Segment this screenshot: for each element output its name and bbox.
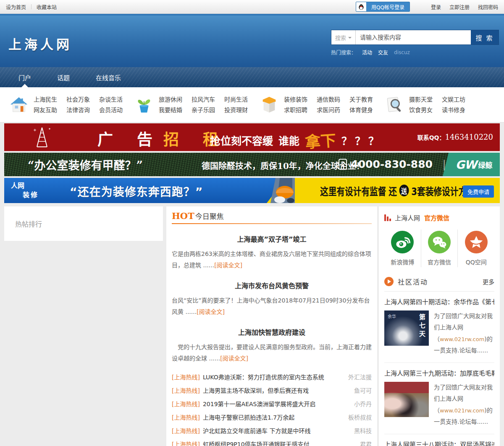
category-link[interactable]: 网友互助 bbox=[34, 105, 57, 115]
social-qzone[interactable]: QQ空间 bbox=[457, 230, 494, 267]
activity-description: 为了回馈广大网友对我们上海人网（www.021rw.com)的一贯支持.论坛每.… bbox=[434, 310, 494, 356]
category-link[interactable]: 时尚生活 bbox=[224, 94, 248, 105]
article-summary: 它是由两栋263米高的主体塔楼、商业裙房及六层地下室共同组成的综合体项目，总建筑… bbox=[172, 248, 372, 271]
news-author[interactable]: 小乔丹 bbox=[354, 399, 372, 408]
qq-login-button[interactable]: 用QQ帐号登录 bbox=[356, 2, 410, 12]
chevron-down-icon bbox=[348, 37, 352, 40]
news-title-link[interactable]: 上海男篮主场不敌深圳，但季后赛还有戏 bbox=[203, 386, 350, 394]
news-list-item: [上海热线] 上海男篮主场不敌深圳，但季后赛还有戏 鱼可可 bbox=[172, 383, 372, 397]
hot-label: HOT bbox=[172, 211, 194, 221]
add-favorite-link[interactable]: 收藏本站 bbox=[37, 3, 57, 10]
active-tab-arrow-icon bbox=[21, 84, 28, 87]
read-more-link[interactable]: [阅读全文] bbox=[197, 308, 225, 315]
divider bbox=[31, 4, 32, 9]
category-link[interactable]: 通信数码 bbox=[317, 94, 340, 105]
category-group: 摄影天堂饮食男女 文娱工坊读书修身 bbox=[382, 94, 475, 115]
read-more-link[interactable]: [阅读全文] bbox=[214, 262, 242, 269]
category-link[interactable]: 求职招聘 bbox=[284, 105, 307, 115]
news-title-link[interactable]: 上海电子警察已抓拍违法1.7万余起 bbox=[203, 413, 344, 421]
social-links-row: 新浪微博 官方微信 QQ空间 bbox=[384, 230, 494, 267]
category-link[interactable]: 饮食男女 bbox=[409, 105, 433, 115]
category-link[interactable]: 投资理财 bbox=[224, 105, 248, 115]
category-strip: 上海民生网友互助 社会万象法律咨询 杂谈生活会员活动 旅游休闲我要结婚 拉风汽车… bbox=[0, 87, 504, 123]
social-wechat[interactable]: 官方微信 bbox=[421, 230, 458, 267]
social-weibo[interactable]: 新浪微博 bbox=[384, 230, 421, 267]
news-title-link[interactable]: 2019第十一届AEAS澳洲留学展将盛大开启 bbox=[203, 399, 350, 408]
ad-contact-qq: 联系QQ： 1463410220 bbox=[417, 133, 493, 141]
category-link[interactable]: 社会万象 bbox=[66, 94, 90, 105]
ad-banner-decoration[interactable]: 人网 装修 “还在为装修东奔西跑？” 这里有设计有监督 还 送 3套装修设计方案… bbox=[4, 178, 500, 203]
category-link[interactable]: 会员活动 bbox=[99, 105, 123, 115]
site-header: 上海人网 搜索 搜 索 热门搜索： 活动 交友 discuz bbox=[0, 16, 504, 67]
news-title-link[interactable]: 沪北虹路立交年底前通车 下方就是中环线 bbox=[203, 426, 350, 435]
activity-section-title: 社区活动 bbox=[398, 276, 428, 287]
news-author[interactable]: 外汇法援 bbox=[348, 373, 372, 381]
news-list-item: [上海热线] 沪北虹路立交年底前通车 下方就是中环线 黑科技 bbox=[172, 424, 372, 437]
social-label: QQ空间 bbox=[466, 258, 487, 266]
news-source-tag: [上海热线] bbox=[172, 386, 200, 394]
login-link[interactable]: 登录 bbox=[431, 3, 441, 10]
activity-title-link[interactable]: 上海人网第四十期活动：余华作品《第七天》 bbox=[384, 297, 494, 306]
category-link[interactable]: 装修装饰 bbox=[284, 94, 307, 105]
news-author[interactable]: 鱼可可 bbox=[354, 386, 372, 394]
news-author[interactable]: 君君 bbox=[360, 440, 372, 446]
ad-banner-formaldehyde[interactable]: “办公室装修有甲醛？” 德国除醛技术，质保10年，净化全球企业！ GW 绿鲸 4… bbox=[4, 153, 500, 176]
hot-search-label: 热门搜索： bbox=[331, 49, 356, 56]
more-link[interactable]: 更多 bbox=[483, 277, 494, 286]
category-link[interactable]: 旅游休闲 bbox=[159, 94, 182, 105]
nav-item-online-music[interactable]: 在线音乐 bbox=[92, 67, 125, 87]
article-title[interactable]: 上海市发布台风黄色预警 bbox=[172, 280, 372, 290]
article-title[interactable]: 上海最高”双子塔”竣工 bbox=[172, 234, 372, 244]
category-link[interactable]: 拉风汽车 bbox=[192, 94, 215, 105]
category-link[interactable]: 我要结婚 bbox=[159, 105, 182, 115]
category-link[interactable]: 法律咨询 bbox=[66, 105, 90, 115]
activity-title-link[interactable]: 上海人网第三十九期活动：加厚底毛毛鞋开抢 bbox=[384, 368, 494, 377]
article-title[interactable]: 上海加快智慧政府建设 bbox=[172, 327, 372, 337]
activity-thumbnail-slippers-photo[interactable] bbox=[384, 382, 429, 417]
news-source-tag: [上海热线] bbox=[172, 413, 200, 421]
category-link[interactable]: 亲子乐园 bbox=[192, 105, 215, 115]
news-author[interactable]: 黑科技 bbox=[354, 426, 372, 435]
category-link[interactable]: 求医问药 bbox=[317, 105, 340, 115]
news-list-item: [上海热线] 2019第十一届AEAS澳洲留学展将盛大开启 小乔丹 bbox=[172, 397, 372, 410]
hot-search-link[interactable]: 活动 bbox=[362, 49, 372, 56]
hot-search-link[interactable]: discuz bbox=[394, 50, 410, 55]
read-more-link[interactable]: [阅读全文] bbox=[220, 355, 248, 362]
ad-banner-rental[interactable]: 广 告招 租 抢位刻不容缓 谁能 拿下 ？？？ 联系QQ： 1463410220 bbox=[4, 123, 500, 151]
category-link[interactable]: 读书修身 bbox=[442, 105, 465, 115]
topbar: 设为首页 收藏本站 用QQ帐号登录 登录 立即注册 找回密码 bbox=[0, 0, 504, 14]
site-url: www.021rw.com bbox=[440, 407, 484, 414]
search-type-dropdown[interactable]: 搜索 bbox=[331, 30, 356, 44]
category-group: 旅游休闲我要结婚 拉风汽车亲子乐园 时尚生活投资理财 bbox=[132, 94, 257, 115]
news-title-link[interactable]: 虹桥枢纽P9P10停车场开通银联无感支付 bbox=[203, 440, 356, 446]
right-column: 上海人网 官方微信 新浪微博 官方微信 bbox=[379, 206, 500, 446]
nav-item-portal[interactable]: 门户 bbox=[14, 67, 35, 87]
activity-item: 上海人网第四十期活动：余华作品《第七天》 余华 第七天 为了回馈广大网友对我们上… bbox=[384, 292, 494, 356]
activity-title-link[interactable]: 上海人网第三十八期活动：双层汤蒸锅速来抢 bbox=[384, 440, 494, 446]
category-link[interactable]: 摄影天堂 bbox=[409, 94, 433, 105]
find-password-link[interactable]: 找回密码 bbox=[478, 3, 498, 10]
song-badge: 送 bbox=[399, 185, 409, 196]
category-link[interactable]: 文娱工坊 bbox=[442, 94, 465, 105]
hot-search-link[interactable]: 交友 bbox=[378, 49, 388, 56]
category-link[interactable]: 上海民生 bbox=[34, 94, 57, 105]
free-apply-button[interactable]: 免费申请 bbox=[463, 185, 494, 198]
plant-icon bbox=[134, 95, 154, 115]
social-label: 官方微信 bbox=[428, 258, 451, 266]
category-link[interactable]: 体育健身 bbox=[349, 105, 373, 115]
category-link[interactable]: 关于教育 bbox=[349, 94, 373, 105]
site-logo[interactable]: 上海人网 bbox=[8, 34, 72, 53]
activity-thumbnail-book-cover[interactable]: 余华 第七天 bbox=[384, 310, 429, 346]
nav-item-topics[interactable]: 话题 bbox=[53, 67, 74, 87]
section-title: 今日聚焦 bbox=[195, 211, 224, 221]
today-focus-header: HOT 今日聚焦 bbox=[172, 211, 372, 221]
category-group: 装修装饰求职招聘 通信数码求医问药 关于教育体育健身 bbox=[257, 94, 382, 115]
register-link[interactable]: 立即注册 bbox=[449, 3, 470, 10]
category-link[interactable]: 杂谈生活 bbox=[99, 94, 123, 105]
news-author[interactable]: 板桥叔叔 bbox=[348, 413, 372, 421]
search-input[interactable] bbox=[356, 30, 471, 44]
divider: | bbox=[443, 158, 446, 170]
news-title-link[interactable]: LUKO弗迪沃斯：努力打造优质的室内生态系统 bbox=[203, 373, 344, 381]
search-button[interactable]: 搜 索 bbox=[471, 30, 499, 44]
set-home-link[interactable]: 设为首页 bbox=[6, 3, 26, 10]
